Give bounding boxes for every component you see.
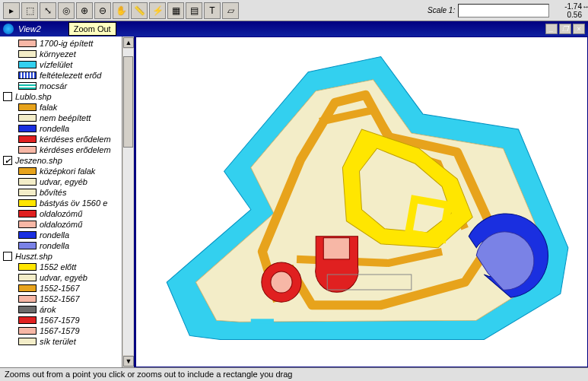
scale-display: Scale 1: [427, 4, 549, 17]
window-close-button[interactable]: × [573, 24, 585, 34]
legend-item[interactable]: 1567-1579 [2, 325, 134, 336]
legend-item[interactable]: kérdéses erődelem [2, 134, 134, 144]
legend-item[interactable]: bővítés [2, 187, 134, 198]
legend-swatch [18, 178, 37, 186]
layer-group-header[interactable]: Huszt.shp [2, 251, 134, 262]
legend-item[interactable]: 1552-1567 [2, 283, 134, 294]
legend-label: udvar, egyéb [40, 273, 87, 282]
legend-label: árok [40, 305, 56, 314]
scale-input[interactable] [458, 4, 549, 17]
tool-area[interactable]: ▱ [222, 2, 239, 19]
main-toolbar: ▸ ⬚ ⤡ ◎ ⊕ ⊖ ✋ 📏 ⚡ ▦ ▤ T ▱ Scale 1: -1.74… [0, 0, 588, 21]
legend-swatch [18, 61, 37, 68]
legend-swatch [18, 231, 37, 239]
layer-checkbox[interactable] [3, 92, 12, 101]
legend-label: sík terület [40, 337, 76, 346]
view-title-text: View2 [18, 24, 41, 33]
legend-swatch [18, 274, 37, 281]
view-titlebar: View2 Zoom Out _ ❐ × [0, 21, 588, 37]
legend-item[interactable]: rondella [2, 123, 134, 134]
tool-vertex[interactable]: ⤡ [40, 2, 56, 19]
legend-label: 1552-1567 [40, 294, 80, 303]
legend-label: 1700-ig épített [40, 39, 93, 48]
layer-group-name: Lublo.shp [15, 92, 52, 101]
legend-label: oldalozómű [40, 209, 82, 218]
tool-identify[interactable]: ◎ [58, 2, 75, 19]
tool-text[interactable]: T [204, 2, 221, 19]
coord-y: 0.56 [564, 11, 582, 19]
globe-icon [3, 24, 14, 34]
legend-swatch [18, 199, 37, 207]
tool-pointer[interactable]: ▸ [3, 2, 20, 19]
scroll-down-button[interactable]: ▼ [123, 356, 134, 367]
tool-properties[interactable]: ▤ [186, 2, 202, 19]
legend-label: falak [40, 103, 57, 112]
scroll-up-button[interactable]: ▲ [123, 37, 134, 48]
legend-label: 1567-1579 [40, 326, 80, 335]
legend-item[interactable]: 1552-1567 [2, 294, 134, 304]
legend-item[interactable]: 1552 előtt [2, 262, 134, 272]
legend-item[interactable]: 1700-ig épített [2, 38, 134, 49]
status-text: Zooms out from a point you click or zoom… [5, 370, 292, 379]
legend-swatch [18, 189, 37, 196]
map-svg [136, 37, 587, 367]
legend-item[interactable]: oldalozómű [2, 219, 134, 230]
tool-flash[interactable]: ⚡ [149, 2, 166, 19]
tool-select[interactable]: ⬚ [21, 2, 38, 19]
map-canvas[interactable] [135, 37, 588, 367]
legend-item[interactable]: rondella [2, 240, 134, 251]
layer-group-name: Huszt.shp [15, 252, 52, 261]
legend-item[interactable]: vízfelület [2, 59, 134, 70]
legend-item[interactable]: rondella [2, 230, 134, 240]
legend-item[interactable]: árok [2, 304, 134, 315]
tool-zoom-in[interactable]: ⊕ [76, 2, 93, 19]
legend-label: bővítés [40, 188, 66, 197]
legend-item[interactable]: kérdéses erődelem [2, 144, 134, 155]
coordinate-readout: -1.74 0.56 [551, 2, 585, 19]
svg-rect-4 [251, 319, 274, 323]
window-maximize-button[interactable]: ❐ [559, 24, 571, 34]
legend-swatch [18, 103, 37, 111]
layer-checkbox[interactable] [3, 252, 12, 261]
toc-scrollbar[interactable]: ▲ ▼ [122, 37, 134, 367]
legend-swatch [18, 295, 37, 303]
tool-measure[interactable]: 📏 [131, 2, 148, 19]
layer-group-header[interactable]: ✔Jeszeno.shp [2, 155, 134, 166]
legend-item[interactable]: falak [2, 102, 134, 113]
legend-label: környezet [40, 49, 76, 59]
legend-swatch [18, 306, 37, 313]
legend-label: rondella [40, 230, 69, 240]
legend-item[interactable]: sík terület [2, 336, 134, 347]
legend-label: bástyás öv 1560 e [40, 198, 107, 208]
layer-checkbox[interactable]: ✔ [3, 156, 12, 165]
legend-item[interactable]: udvar, egyéb [2, 176, 134, 187]
tool-grid[interactable]: ▦ [167, 2, 184, 19]
layer-group-header[interactable]: Lublo.shp [2, 91, 134, 102]
legend-swatch [18, 242, 37, 249]
legend-swatch [18, 146, 37, 154]
legend-label: rondella [40, 124, 69, 133]
legend-item[interactable]: feltételezett erőd [2, 70, 134, 81]
legend-item[interactable]: nem beépített [2, 113, 134, 123]
legend-item[interactable]: környezet [2, 49, 134, 59]
scroll-thumb[interactable] [123, 56, 133, 148]
table-of-contents[interactable]: 1700-ig építettkörnyezetvízfelületfeltét… [0, 37, 135, 367]
legend-label: kérdéses erődelem [40, 135, 111, 144]
legend-item[interactable]: bástyás öv 1560 e [2, 198, 134, 208]
tool-pan[interactable]: ✋ [113, 2, 129, 19]
legend-swatch [18, 167, 37, 175]
legend-swatch [18, 284, 37, 292]
window-minimize-button[interactable]: _ [545, 24, 558, 34]
legend-item[interactable]: oldalozómű [2, 208, 134, 219]
tool-tooltip: Zoom Out [68, 22, 116, 36]
legend-label: kérdéses erődelem [40, 145, 111, 154]
legend-label: mocsár [40, 81, 67, 90]
legend-label: 1567-1579 [40, 316, 80, 325]
legend-item[interactable]: 1567-1579 [2, 315, 134, 325]
legend-swatch [18, 125, 37, 132]
tool-zoom-out[interactable]: ⊖ [94, 2, 111, 19]
legend-item[interactable]: mocsár [2, 81, 134, 91]
legend-item[interactable]: udvar, egyéb [2, 272, 134, 283]
legend-label: 1552 előtt [40, 262, 76, 271]
legend-item[interactable]: középkori falak [2, 166, 134, 176]
